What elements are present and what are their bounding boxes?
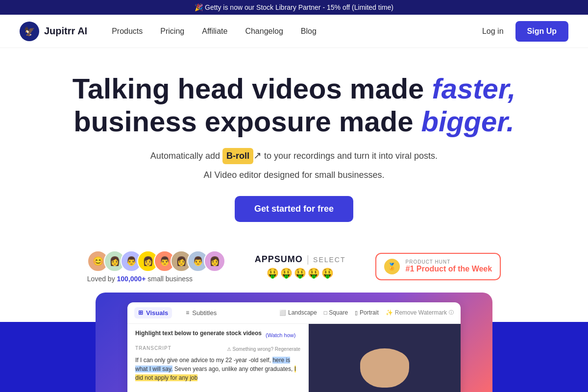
portrait-icon: ▯ [355, 310, 358, 316]
loved-start: Loved by [87, 275, 117, 283]
tab-subtitles-label: Subtitles [192, 309, 217, 317]
product-hunt-badge: 🏅 PRODUCT HUNT #1 Product of the Week [375, 253, 501, 280]
nav-item-products[interactable]: Products [112, 27, 143, 36]
bg-shape-right [490, 322, 588, 392]
hero-sub1-start: Automatically add [150, 151, 222, 161]
nav-item-pricing[interactable]: Pricing [160, 27, 184, 36]
top-banner: 🎉 Getty is now our Stock Library Partner… [0, 0, 588, 15]
hero-title-line2-accent: bigger. [421, 105, 514, 137]
square-icon: □ [324, 310, 327, 316]
app-preview-container: ⊞ Visuals ≡ Subtitles ⬜ Landscape □ Squa… [0, 293, 588, 392]
login-button[interactable]: Log in [482, 27, 504, 36]
logo[interactable]: 🦅 Jupitrr AI [20, 22, 87, 41]
banner-text: 🎉 Getty is now our Stock Library Partner… [195, 3, 393, 11]
hero-title-line2-start: business exposure made [74, 105, 421, 137]
ph-rank: #1 Product of the Week [406, 265, 492, 273]
transcript-text: If I can only give one advice to my 22 -… [135, 356, 300, 382]
bg-shape-left [0, 322, 98, 392]
star-2: 🤑 [280, 267, 293, 279]
sparkle-icon: ✨ [386, 309, 393, 316]
tab-subtitles[interactable]: ≡ Subtitles [182, 307, 220, 318]
hero-subtitle-1: Automatically add B-roll ↗ to your recor… [20, 147, 568, 164]
star-4: 🤑 [308, 267, 320, 279]
face-shape [360, 348, 409, 388]
watermark-info-icon: ⓘ [449, 309, 454, 316]
transcript-label: TRANSCRIPT [135, 345, 172, 351]
appsumo-text: APPSUMO [255, 254, 303, 265]
opt-square[interactable]: □ Square [324, 309, 348, 316]
hero-sub1-end: to your recordings and turn it into vira… [262, 151, 438, 161]
transcript-header: TRANSCRIPT ⚠ Something wrong? Regenerate [135, 345, 300, 353]
app-left-panel: Highlight text below to generate stock v… [127, 324, 309, 392]
square-label: Square [329, 309, 348, 316]
star-5: 🤑 [321, 267, 334, 279]
b-roll-highlight: B-roll [222, 148, 253, 164]
highlight-title: Highlight text below to generate stock v… [135, 330, 262, 337]
logo-text: Jupitrr AI [44, 25, 87, 37]
star-1: 🤑 [267, 267, 279, 279]
hero-title-line1-start: Talking head videos made [73, 73, 432, 104]
nav-links: Products Pricing Affiliate Changelog Blo… [112, 27, 482, 36]
portrait-label: Portrait [360, 309, 379, 316]
opt-portrait[interactable]: ▯ Portrait [355, 309, 379, 316]
loved-count: 100,000+ [117, 275, 146, 283]
app-content: Highlight text below to generate stock v… [127, 324, 461, 392]
nav-item-changelog[interactable]: Changelog [245, 27, 283, 36]
hero-section: Talking head videos made faster, busines… [0, 48, 588, 250]
nav-item-affiliate[interactable]: Affiliate [202, 27, 227, 36]
watch-link[interactable]: (Watch how) [266, 332, 295, 338]
tab-visuals[interactable]: ⊞ Visuals [134, 307, 172, 318]
face-container [309, 324, 461, 392]
nav-right: Log in Sign Up [482, 21, 568, 42]
landscape-icon: ⬜ [279, 310, 286, 316]
hero-title-line1-accent: faster, [432, 73, 515, 104]
highlight-row: Highlight text below to generate stock v… [135, 330, 300, 341]
landscape-label: Landscape [288, 309, 317, 316]
loved-end: small business [146, 275, 193, 283]
opt-landscape[interactable]: ⬜ Landscape [279, 309, 317, 316]
navbar: 🦅 Jupitrr AI Products Pricing Affiliate … [0, 15, 588, 48]
cursor-icon: ↗ [253, 147, 262, 163]
opt-watermark[interactable]: ✨ Remove Watermark ⓘ [386, 309, 454, 316]
loved-text: Loved by 100,000+ small business [87, 275, 225, 283]
hero-title: Talking head videos made faster, busines… [20, 73, 568, 138]
hero-subtitle-2: AI Video editor designed for small busin… [20, 168, 568, 182]
visuals-icon: ⊞ [138, 309, 143, 316]
star-3: 🤑 [294, 267, 306, 279]
app-topbar: ⊞ Visuals ≡ Subtitles ⬜ Landscape □ Squa… [127, 302, 461, 324]
appsumo-select: SELECT [313, 256, 345, 264]
social-proof-section: 😊 👩 👨 👩 👨 👩 👨 👩 Loved by 100,000+ small … [0, 250, 588, 283]
ph-label: PRODUCT HUNT [406, 259, 492, 265]
app-window-container: ⊞ Visuals ≡ Subtitles ⬜ Landscape □ Squa… [96, 293, 492, 392]
subtitles-icon: ≡ [186, 309, 189, 316]
avatar-group: 😊 👩 👨 👩 👨 👩 👨 👩 [87, 250, 225, 272]
appsumo-badge: APPSUMO | SELECT 🤑 🤑 🤑 🤑 🤑 [255, 254, 346, 279]
cta-button[interactable]: Get started for free [235, 196, 353, 222]
avatar: 👩 [204, 250, 225, 272]
watermark-label: Remove Watermark [395, 309, 447, 316]
video-thumbnail [309, 324, 461, 392]
transcript-regen[interactable]: ⚠ Something wrong? Regenerate [227, 346, 300, 352]
avatars-section: 😊 👩 👨 👩 👨 👩 👨 👩 Loved by 100,000+ small … [87, 250, 225, 283]
logo-icon: 🦅 [20, 22, 39, 41]
app-window: ⊞ Visuals ≡ Subtitles ⬜ Landscape □ Squa… [127, 302, 461, 392]
app-right-panel [309, 324, 461, 392]
transcript-highlighted: here is what I will say. [135, 357, 290, 372]
nav-item-blog[interactable]: Blog [301, 27, 317, 36]
appsumo-stars: 🤑 🤑 🤑 🤑 🤑 [267, 267, 334, 279]
ph-medal: 🏅 [384, 259, 400, 274]
tab-visuals-label: Visuals [146, 309, 168, 317]
app-options: ⬜ Landscape □ Square ▯ Portrait ✨ Remove… [279, 309, 454, 316]
ph-text: PRODUCT HUNT #1 Product of the Week [406, 259, 492, 273]
signup-button[interactable]: Sign Up [515, 21, 568, 42]
